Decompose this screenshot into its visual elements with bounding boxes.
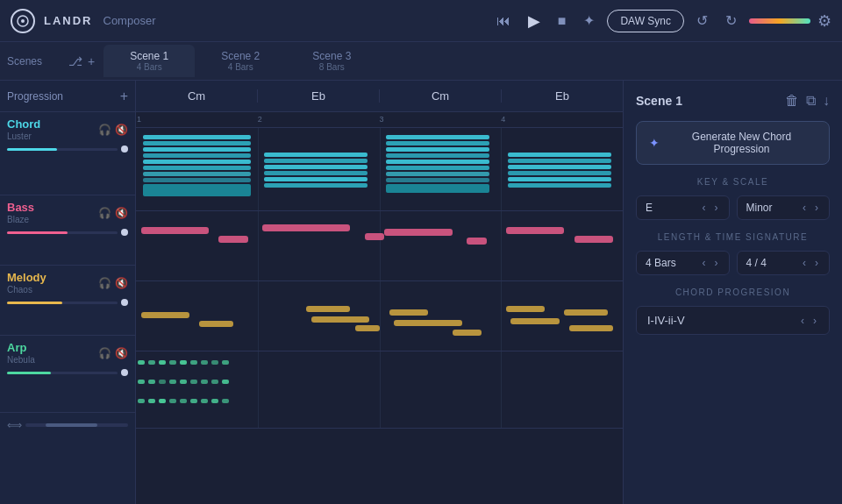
melody-note-6: [389, 309, 428, 316]
skip-back-button[interactable]: ⏮: [491, 10, 516, 32]
arp-track-icons: 🎧 🔇: [98, 347, 128, 359]
chord-cell-2: Eb: [258, 89, 380, 103]
melody-note-2: [199, 321, 233, 327]
scene-tab-3[interactable]: Scene 3 8 Bars: [286, 45, 377, 77]
arp-fader-bar[interactable]: [7, 372, 118, 374]
header-controls: ⏮ ▶ ■ ✦ DAW Sync ↺ ↻ ⚙: [491, 8, 831, 34]
key-prev-button[interactable]: ‹: [701, 202, 708, 214]
chord-block-2: [262, 151, 369, 203]
scale-value: Minor: [746, 202, 796, 214]
play-button[interactable]: ▶: [523, 8, 546, 34]
time-sig-next-button[interactable]: ›: [813, 257, 820, 269]
scale-prev-button[interactable]: ‹: [801, 202, 808, 214]
length-next-button[interactable]: ›: [713, 257, 720, 269]
progression-label: Progression: [7, 90, 115, 103]
arp-headphones-button[interactable]: 🎧: [98, 347, 111, 359]
copy-button[interactable]: ⧉: [806, 93, 816, 109]
download-button[interactable]: ↓: [823, 93, 830, 109]
melody-mute-button[interactable]: 🔇: [115, 277, 128, 289]
chord-prog-label: CHORD PROGRESION: [636, 287, 830, 297]
chord-track-slot: Chord Luster 🎧 🔇: [0, 112, 135, 195]
chord-fader-bar[interactable]: [7, 148, 118, 151]
scroll-bar[interactable]: [25, 423, 128, 427]
arp-dot: [190, 380, 197, 384]
delete-button[interactable]: 🗑: [785, 93, 799, 109]
bar-num-1: 1: [137, 115, 141, 124]
app-header: LANDR Composer ⏮ ▶ ■ ✦ DAW Sync ↺ ↻ ⚙: [0, 0, 842, 42]
left-panel: Progression + Chord Luster 🎧 🔇: [0, 81, 136, 504]
add-scene-button[interactable]: +: [88, 54, 95, 68]
chord-fader-fill: [7, 148, 57, 151]
scene-2-bars: 4 Bars: [221, 62, 260, 72]
melody-headphones-button[interactable]: 🎧: [98, 277, 111, 289]
stop-button[interactable]: ■: [553, 10, 572, 32]
arp-fader: [7, 369, 128, 376]
arp-dot: [138, 399, 145, 403]
arp-mute-button[interactable]: 🔇: [115, 347, 128, 359]
bass-headphones-button[interactable]: 🎧: [98, 207, 111, 219]
key-next-button[interactable]: ›: [713, 202, 720, 214]
chord-mute-button[interactable]: 🔇: [115, 124, 128, 136]
scene-1-name: Scene 1: [130, 50, 168, 62]
bar-num-4: 4: [501, 115, 505, 124]
scenes-actions: ⎇ +: [68, 54, 95, 68]
time-sig-control: 4 / 4 ‹ ›: [737, 251, 831, 275]
arp-dot: [169, 399, 176, 403]
bass-track-name: Bass: [7, 201, 34, 214]
melody-fader-fill: [7, 302, 62, 304]
chord-prog-section: CHORD PROGRESION I-IV-ii-V ‹ ›: [636, 287, 830, 335]
arp-fader-knob[interactable]: [121, 369, 128, 376]
chord-prog-next-button[interactable]: ›: [811, 315, 818, 327]
progression-row: Progression +: [0, 81, 135, 112]
bass-fader: [7, 229, 128, 236]
scene-3-bars: 8 Bars: [312, 62, 351, 72]
arp-dot: [222, 399, 229, 403]
melody-track-info: Melody Chaos: [7, 271, 46, 295]
scene-2-name: Scene 2: [221, 50, 260, 62]
daw-sync-button[interactable]: DAW Sync: [607, 10, 684, 32]
melody-fader-knob[interactable]: [121, 299, 128, 306]
scale-next-button[interactable]: ›: [813, 202, 820, 214]
arp-fader-fill: [7, 372, 51, 374]
arp-dots-container: [136, 351, 623, 428]
arp-dot: [148, 380, 155, 384]
star-icon: ✦: [649, 136, 660, 150]
settings-button[interactable]: ⚙: [817, 11, 831, 31]
redo-button[interactable]: ↻: [720, 9, 742, 32]
scene-tab-1[interactable]: Scene 1 4 Bars: [103, 45, 195, 77]
chord-prog-prev-button[interactable]: ‹: [799, 315, 806, 327]
undo-button[interactable]: ↺: [691, 9, 713, 32]
bass-mute-button[interactable]: 🔇: [115, 207, 128, 219]
length-prev-button[interactable]: ‹: [701, 257, 708, 269]
bass-fader-bar[interactable]: [7, 231, 118, 234]
melody-fader-bar[interactable]: [7, 302, 118, 304]
bar-num-2: 2: [258, 115, 262, 124]
magic-button[interactable]: ✦: [578, 9, 600, 32]
arp-track-name: Arp: [7, 341, 35, 354]
key-value: E: [646, 202, 696, 214]
melody-note-4: [311, 316, 370, 323]
chord-track-preset: Luster: [7, 131, 40, 141]
key-scale-controls: E ‹ › Minor ‹ ›: [636, 195, 830, 220]
generate-button[interactable]: ✦ Generate New Chord Progression: [636, 121, 830, 165]
bass-note-3: [262, 224, 350, 231]
arp-track-info: Arp Nebula: [7, 341, 35, 365]
melody-note-10: [510, 318, 560, 324]
scene-tab-2[interactable]: Scene 2 4 Bars: [195, 45, 286, 77]
bar-numbers-row: 1 2 3 4: [136, 112, 623, 128]
scroll-left-icon[interactable]: ⟺: [7, 419, 22, 431]
chord-block-3: [384, 133, 491, 203]
chord-track-name: Chord: [7, 117, 40, 131]
time-sig-prev-button[interactable]: ‹: [801, 257, 808, 269]
arp-dot: [169, 380, 176, 384]
bass-fader-knob[interactable]: [121, 229, 128, 236]
chord-headphones-button[interactable]: 🎧: [98, 124, 111, 136]
bar-num-3: 3: [380, 115, 384, 124]
scene-settings-button[interactable]: ⎇: [68, 54, 82, 68]
chord-fader: [7, 146, 128, 153]
arp-dot: [138, 380, 145, 384]
chord-fader-knob[interactable]: [121, 146, 128, 153]
add-track-button[interactable]: +: [120, 89, 128, 104]
bass-track-slot: Bass Blaze 🎧 🔇: [0, 195, 135, 266]
scene-title: Scene 1: [636, 94, 682, 108]
